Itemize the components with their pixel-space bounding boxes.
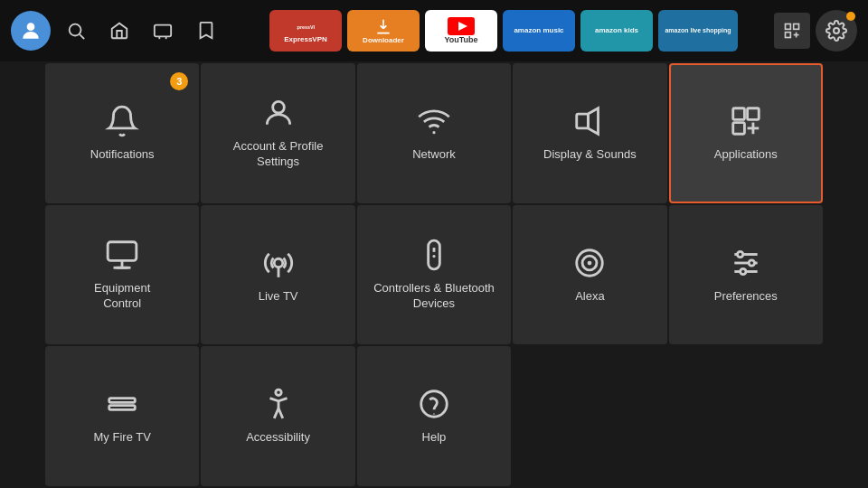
speaker-icon [572,104,607,138]
avatar[interactable] [11,11,51,51]
notifications-label: Notifications [90,147,155,163]
grid-item-applications[interactable]: Applications [669,63,823,203]
svg-point-33 [432,255,435,258]
controllers-bluetooth-label: Controllers & Bluetooth Devices [373,281,495,312]
display-sounds-label: Display & Sounds [543,147,637,163]
svg-point-40 [737,251,742,257]
svg-point-42 [740,268,745,274]
grid-empty-2 [669,346,823,486]
top-navigation: ExpressVPN ExpressVPN Downloader YouTube [0,0,868,61]
notifications-badge: 3 [170,72,188,90]
settings-button[interactable] [816,10,857,52]
svg-text:ExpressVPN: ExpressVPN [297,23,315,29]
grid-item-display-sounds[interactable]: Display & Sounds [513,63,666,203]
svg-rect-12 [786,33,791,38]
alexa-icon [572,246,607,280]
youtube-label: YouTube [444,35,477,44]
grid-item-equipment-control[interactable]: Equipment Control [45,205,199,345]
svg-point-45 [275,389,280,395]
svg-line-2 [80,34,84,39]
grid-item-live-tv[interactable]: Live TV [201,205,354,345]
apps-grid-button[interactable] [774,13,810,49]
amazon-kids-label: amazon kids [595,26,638,35]
account-profile-label: Account & Profile Settings [233,139,324,170]
nav-left-icons [11,11,224,51]
firetv-icon [105,387,139,421]
svg-point-47 [433,414,435,416]
svg-rect-21 [747,108,759,120]
nav-right-buttons [774,10,857,52]
remote-icon [417,238,451,272]
home-icon[interactable] [101,13,137,49]
svg-point-0 [27,23,35,31]
grid-item-accessibility[interactable]: Accessibility [201,346,354,486]
svg-point-41 [749,259,754,265]
amazon-live-label: amazon live shopping [665,27,731,34]
search-icon[interactable] [58,13,94,49]
grid-item-controllers-bluetooth[interactable]: Controllers & Bluetooth Devices [357,205,511,345]
equipment-control-label: Equipment Control [94,281,150,312]
app-tile-expressvpn[interactable]: ExpressVPN ExpressVPN [269,10,342,52]
accessibility-label: Accessibility [246,430,310,446]
svg-rect-43 [109,399,136,403]
downloader-label: Downloader [363,36,404,44]
svg-rect-25 [108,242,137,261]
grid-item-notifications[interactable]: 3 Notifications [45,63,199,203]
apps-icon [729,104,763,138]
settings-notification-dot [846,12,855,21]
svg-point-17 [432,131,435,134]
svg-rect-18 [577,114,589,128]
accessibility-icon [261,387,296,421]
app-tile-youtube[interactable]: YouTube [425,10,497,52]
grid-item-alexa[interactable]: Alexa [513,205,666,345]
grid-item-preferences[interactable]: Preferences [669,205,823,345]
tv-monitor-icon [105,238,139,272]
grid-item-my-fire-tv[interactable]: My Fire TV [45,346,199,486]
app-tile-downloader[interactable]: Downloader [347,10,420,52]
bell-icon [105,104,139,138]
network-label: Network [412,147,456,163]
grid-empty-1 [513,346,666,486]
wifi-icon [417,104,451,138]
svg-rect-3 [155,25,171,37]
antenna-icon [261,246,296,280]
preferences-label: Preferences [714,289,778,305]
person-icon [261,96,296,130]
svg-rect-22 [733,122,745,134]
help-icon [417,387,451,421]
grid-item-network[interactable]: Network [357,63,511,203]
alexa-label: Alexa [575,289,605,305]
svg-point-29 [274,258,283,267]
sliders-icon [729,246,763,280]
svg-point-1 [70,24,81,36]
amazon-music-label: amazon music [514,26,563,35]
grid-item-account-profile[interactable]: Account & Profile Settings [201,63,354,203]
tv-icon[interactable] [145,13,181,49]
svg-rect-11 [794,24,799,30]
svg-point-36 [588,260,592,265]
my-fire-tv-label: My Fire TV [94,430,151,446]
svg-rect-10 [786,24,791,30]
svg-marker-19 [589,108,599,135]
help-label: Help [422,430,447,446]
grid-item-help[interactable]: Help [357,346,511,486]
bookmark-icon[interactable] [188,13,224,49]
applications-label: Applications [714,147,778,163]
svg-rect-20 [733,108,745,120]
svg-rect-44 [109,406,136,410]
app-tile-amazon-live[interactable]: amazon live shopping [658,10,738,52]
live-tv-label: Live TV [259,289,298,305]
svg-point-15 [834,28,839,33]
settings-grid: 3 Notifications Account & Profile Settin… [0,61,868,488]
app-tiles: ExpressVPN ExpressVPN Downloader YouTube [239,10,769,52]
svg-point-46 [421,391,448,418]
svg-point-16 [272,102,284,114]
app-tile-amazon-music[interactable]: amazon music [503,10,575,52]
app-tile-amazon-kids[interactable]: amazon kids [580,10,653,52]
expressvpn-label: ExpressVPN [284,35,327,43]
